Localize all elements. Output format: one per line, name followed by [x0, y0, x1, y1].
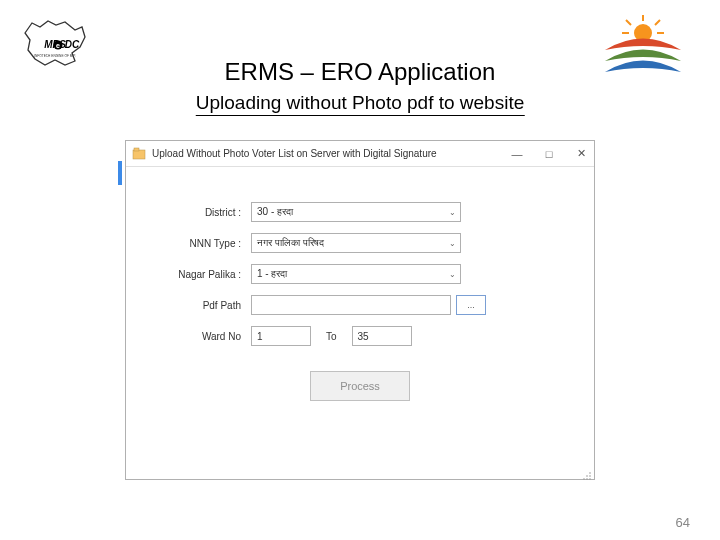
close-button[interactable]: ✕: [574, 147, 588, 161]
input-ward-to[interactable]: 35: [352, 326, 412, 346]
row-pdf-path: Pdf Path ...: [156, 295, 564, 315]
row-district: District : 30 - हरदा ⌄: [156, 202, 564, 222]
select-district-value: 30 - हरदा: [257, 206, 293, 218]
svg-rect-6: [133, 150, 145, 159]
chevron-down-icon: ⌄: [449, 208, 456, 217]
svg-text:DC: DC: [65, 39, 80, 50]
page-subtitle: Uploading without Photo pdf to website: [196, 92, 525, 116]
input-pdf-path[interactable]: [251, 295, 451, 315]
svg-point-12: [586, 478, 588, 480]
select-nagar-palika-value: 1 - हरदा: [257, 268, 287, 280]
svg-text:INFOTECH ENGINE OF M.P.: INFOTECH ENGINE OF M.P.: [34, 54, 76, 58]
select-district[interactable]: 30 - हरदा ⌄: [251, 202, 461, 222]
svg-rect-7: [134, 148, 139, 151]
label-nagar-palika: Nagar Palika :: [156, 269, 251, 280]
label-district: District :: [156, 207, 251, 218]
sunrise-logo: [595, 15, 690, 80]
select-nnn-type[interactable]: नगर पालिका परिषद ⌄: [251, 233, 461, 253]
upload-window: Upload Without Photo Voter List on Serve…: [125, 140, 595, 480]
mpsedc-logo: MPS DC e INFOTECH ENGINE OF M.P.: [20, 15, 90, 70]
app-icon: [132, 147, 146, 161]
svg-point-13: [589, 478, 591, 480]
page-number: 64: [676, 515, 690, 530]
svg-point-8: [589, 472, 591, 474]
row-nnn-type: NNN Type : नगर पालिका परिषद ⌄: [156, 233, 564, 253]
page-title: ERMS – ERO Application: [225, 58, 496, 86]
blue-accent: [118, 161, 122, 185]
label-to: To: [326, 331, 337, 342]
svg-point-11: [583, 478, 585, 480]
resize-grip-icon[interactable]: [582, 467, 592, 477]
label-ward-no: Ward No: [156, 331, 251, 342]
label-nnn-type: NNN Type :: [156, 238, 251, 249]
chevron-down-icon: ⌄: [449, 270, 456, 279]
window-titlebar: Upload Without Photo Voter List on Serve…: [126, 141, 594, 167]
maximize-button[interactable]: □: [542, 147, 556, 161]
svg-point-9: [586, 475, 588, 477]
row-ward-no: Ward No 1 To 35: [156, 326, 564, 346]
row-nagar-palika: Nagar Palika : 1 - हरदा ⌄: [156, 264, 564, 284]
minimize-button[interactable]: —: [510, 147, 524, 161]
svg-text:e: e: [56, 42, 60, 49]
window-title: Upload Without Photo Voter List on Serve…: [152, 148, 510, 159]
form-body: District : 30 - हरदा ⌄ NNN Type : नगर पा…: [126, 167, 594, 411]
input-ward-from[interactable]: 1: [251, 326, 311, 346]
ward-from-value: 1: [257, 331, 263, 342]
label-pdf-path: Pdf Path: [156, 300, 251, 311]
select-nagar-palika[interactable]: 1 - हरदा ⌄: [251, 264, 461, 284]
chevron-down-icon: ⌄: [449, 239, 456, 248]
svg-point-10: [589, 475, 591, 477]
select-nnn-type-value: नगर पालिका परिषद: [257, 237, 324, 249]
process-button[interactable]: Process: [310, 371, 410, 401]
ward-to-value: 35: [358, 331, 369, 342]
browse-button[interactable]: ...: [456, 295, 486, 315]
